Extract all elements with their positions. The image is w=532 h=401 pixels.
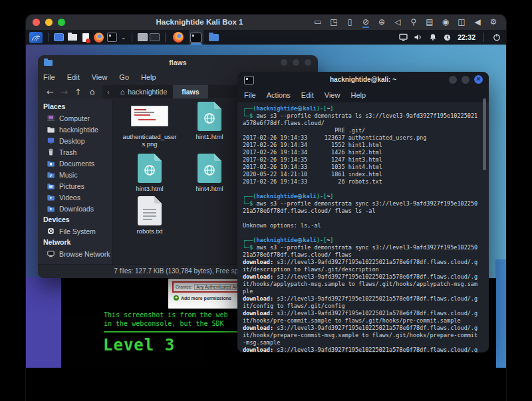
sidebar-item-hacknightide[interactable]: hacknightide (38, 124, 112, 135)
terminal-line: download: s3://level3-9afd3927f195e10225… (243, 295, 489, 303)
sidebar-item-label: Trash (59, 148, 76, 156)
terminal-line: ple (243, 288, 489, 295)
terminal-scrollbar[interactable] (483, 98, 486, 170)
sidebar-item-label: Desktop (59, 137, 85, 145)
taskbar-file-manager[interactable] (207, 30, 221, 45)
zoom-button[interactable] (58, 19, 65, 26)
fm-minimize-button[interactable] (281, 59, 287, 66)
page-text-line1: This screenshot is from the web (104, 311, 228, 319)
fm-titlebar[interactable]: flaws (38, 55, 318, 70)
forward-icon[interactable]: → (57, 87, 71, 97)
fm-menu-edit[interactable]: Edit (67, 73, 80, 81)
terminal-line: it/hooks/prepare-commit-msg.sample to fl… (243, 332, 489, 339)
terminal-line: ┌──(hacknightide㉿kali)-[~] (243, 237, 489, 244)
terminal-launcher-icon[interactable] (107, 33, 117, 42)
terminal-menu-view[interactable]: View (325, 91, 340, 99)
terminal-menu-file[interactable]: File (244, 91, 256, 99)
sidebar-item-documents[interactable]: Documents (38, 158, 112, 169)
workspace-1[interactable] (138, 33, 148, 41)
music-icon (47, 170, 55, 179)
sidebar-item-music[interactable]: Music (38, 169, 112, 180)
globe-icon[interactable]: ⊕ (377, 17, 386, 28)
fm-close-button[interactable] (305, 59, 311, 66)
fm-maximize-button[interactable] (293, 59, 299, 66)
sidebar-item-pictures[interactable]: Pictures (38, 180, 112, 192)
share-screen-icon[interactable]: ◫ (457, 17, 466, 28)
terminal-menu-actions[interactable]: Actions (267, 91, 291, 99)
taskbar-terminal[interactable] (189, 30, 203, 45)
sidebar-item-trash[interactable]: Trash (38, 146, 112, 158)
fm-menu-file[interactable]: File (43, 73, 55, 81)
up-icon[interactable]: ↑ (71, 87, 85, 97)
minimize-button[interactable] (45, 19, 53, 26)
terminal-line: it/hooks/applypatch-msg.sample to flaws/… (243, 281, 489, 288)
settings-icon[interactable]: ⚙ (489, 17, 498, 28)
panel-separator (483, 33, 484, 42)
usb-icon[interactable]: ▯ (345, 17, 354, 28)
file-robots.txt[interactable]: robots.txt (120, 195, 180, 248)
sidebar-item-file-system[interactable]: File System (38, 225, 112, 237)
terminal-titlebar[interactable]: hacknightide@kali: ~ ✕ (237, 72, 489, 88)
terminal-maximize-button[interactable] (462, 76, 469, 84)
file-hint4.html[interactable]: hint4.html (180, 152, 239, 195)
vm-toolbar: ▭◳▯⊘⊕◁⚲▤◉◫◀⚙ (313, 17, 498, 28)
file-manager-icon[interactable] (67, 33, 77, 42)
terminal-menu-help[interactable]: Help (350, 91, 366, 99)
text-editor-icon[interactable] (80, 33, 90, 42)
status-indicator-icon[interactable] (443, 33, 452, 42)
close-button[interactable] (33, 19, 40, 26)
terminal-menubar: FileActionsEditViewHelp (237, 88, 489, 102)
microphone-icon[interactable]: ⚲ (409, 17, 418, 28)
workspace-switcher[interactable] (138, 33, 160, 41)
kali-menu-icon[interactable] (29, 32, 43, 43)
printer-icon[interactable]: ▤ (425, 17, 434, 28)
vm-window-icon[interactable]: ◳ (329, 17, 338, 28)
terminal-menu-edit[interactable]: Edit (301, 91, 314, 99)
show-desktop-icon[interactable] (54, 33, 64, 42)
home-icon[interactable]: ⌂ (85, 87, 99, 96)
terminal-line: download: s3://level3-9afd3927f195e10225… (243, 325, 489, 332)
audio-output-icon[interactable]: ◁ (393, 17, 402, 28)
firefox-icon[interactable] (94, 33, 104, 42)
vm-host-window: Hacknightide Kali Box 1 ▭◳▯⊘⊕◁⚲▤◉◫◀⚙ Gra… (26, 15, 506, 401)
fm-menu-view[interactable]: View (92, 73, 108, 81)
sidebar-item-computer[interactable]: Computer (38, 112, 112, 124)
hide-toolbar-icon[interactable]: ◀ (473, 17, 482, 28)
fm-menu-help[interactable]: Help (141, 73, 156, 81)
fm-menu-go[interactable]: Go (119, 73, 129, 81)
terminal-minimize-button[interactable] (449, 76, 457, 84)
terminal-close-button[interactable]: ✕ (474, 75, 483, 84)
sidebar-item-browse-network[interactable]: Browse Network (38, 248, 112, 259)
display-icon[interactable]: ▭ (313, 17, 323, 28)
display-settings-icon[interactable] (399, 33, 408, 42)
panel-separator (165, 33, 166, 42)
terminal-output[interactable]: ┌──(hacknightide㉿kali)-[~]└─$ aws s3 --p… (237, 102, 489, 352)
sidebar-item-desktop[interactable]: Desktop (38, 135, 112, 146)
camera-icon[interactable]: ◉ (441, 17, 450, 28)
window-title: Hacknightide Kali Box 1 (106, 18, 293, 26)
volume-icon[interactable] (414, 33, 422, 42)
file-hint1.html[interactable]: hint1.html (180, 100, 239, 152)
file-hint3.html[interactable]: hint3.html (120, 152, 180, 195)
sidebar-item-label: Videos (59, 194, 80, 201)
html-file-icon (180, 100, 239, 131)
breadcrumb-collapse-icon[interactable]: ‹ (102, 88, 114, 96)
breadcrumb-current-segment[interactable]: flaws (173, 85, 207, 98)
sidebar-item-downloads[interactable]: Downloads (38, 203, 112, 214)
power-icon[interactable] (492, 33, 501, 42)
workspace-2[interactable] (150, 33, 160, 41)
terminal-line: 2017-02-26 19:14:33 26 robots.txt (243, 178, 489, 186)
sidebar-item-label: Browse Network (59, 250, 110, 258)
breadcrumb-home-label: hacknightide (128, 88, 167, 96)
chevron-down-icon[interactable]: ⌄ (121, 34, 126, 41)
terminal-line (243, 215, 489, 222)
breadcrumb-home-segment[interactable]: ⌂ hacknightide (114, 85, 174, 98)
panel-clock[interactable]: 22:32 (458, 33, 475, 41)
network-disabled-icon[interactable]: ⊘ (361, 17, 370, 28)
file-authenticated_users.png[interactable]: authenticated_users.png (120, 100, 180, 152)
taskbar-firefox[interactable] (171, 30, 186, 45)
notifications-bell-icon[interactable] (428, 33, 437, 42)
sidebar-item-videos[interactable]: Videos (38, 192, 112, 203)
back-icon[interactable]: ← (43, 87, 57, 97)
add-more-permissions-label: Add more permissions (181, 296, 231, 301)
